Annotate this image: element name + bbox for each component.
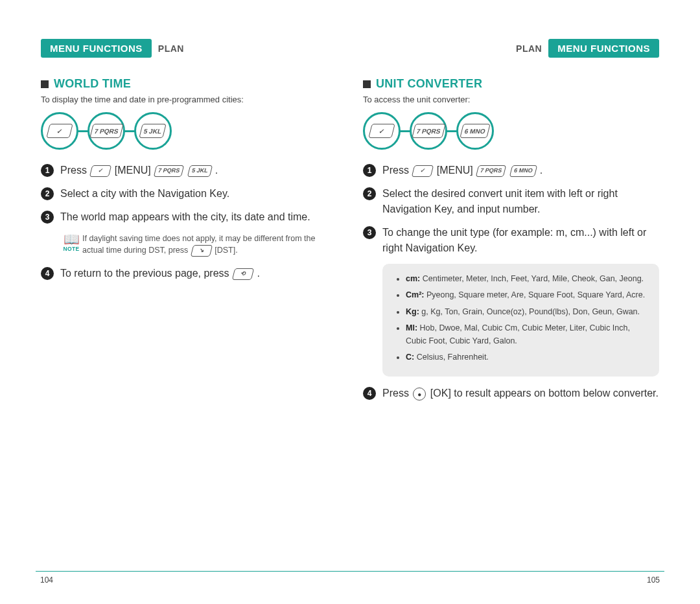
step-text: To change the unit type (for example: m,… (382, 225, 659, 256)
step-number-icon: 2 (363, 187, 376, 200)
key-sequence: ✓ 7 PQRS 5 JKL (41, 112, 337, 150)
step-text: To return to the previous page, press ⟲ … (60, 266, 337, 281)
step-number-icon: 4 (363, 387, 376, 400)
step-text: Select a city with the Navigation Key. (60, 186, 337, 202)
text: Press (60, 165, 87, 176)
section-title-text: WORLD TIME (54, 77, 131, 91)
text: [MENU] (437, 165, 473, 176)
key-circle: 7 PQRS (88, 112, 125, 150)
key-5-icon: 5 JKL (187, 165, 212, 177)
page-left: MENU FUNCTIONS PLAN WORLD TIME To displa… (36, 39, 350, 578)
unit-values: Centimeter, Meter, Inch, Feet, Yard, Mil… (420, 274, 644, 283)
section-title-unit-converter: UNIT CONVERTER (363, 77, 659, 91)
back-key-icon: ⟲ (232, 268, 254, 280)
square-bullet-icon (363, 80, 371, 88)
unit-item: Cm²: Pyeong, Square meter, Are, Square F… (406, 289, 648, 301)
key-sequence: ✓ 7 PQRS 6 MNO (363, 112, 659, 150)
key-circle: 6 MNO (456, 112, 494, 150)
soft-key-right-icon: ↘ (191, 245, 213, 257)
step-text: The world map appears with the city, its… (60, 209, 337, 225)
step-text: Select the desired convert unit item wit… (382, 186, 659, 217)
unit-values: Pyeong, Square meter, Are, Square Foot, … (424, 290, 645, 299)
step-item: 2 Select a city with the Navigation Key. (41, 186, 337, 202)
section-title-text: UNIT CONVERTER (376, 77, 482, 91)
key-6-icon: 6 MNO (460, 124, 490, 138)
step-item: 2 Select the desired convert unit item w… (363, 186, 659, 217)
note-text: If daylight saving time does not apply, … (82, 233, 337, 257)
soft-key-icon: ✓ (368, 124, 395, 138)
note-label: NOTE (60, 246, 82, 252)
intro-text: To display the time and date in pre-prog… (41, 95, 337, 104)
step-text: Press ✓ [MENU] 7 PQRS 6 MNO . (382, 163, 659, 178)
intro-text: To access the unit converter: (363, 95, 659, 104)
unit-item: Kg: g, Kg, Ton, Grain, Ounce(oz), Pound(… (406, 306, 648, 318)
step-list: 1 Press ✓ [MENU] 7 PQRS 6 MNO . 2 Select… (363, 163, 659, 401)
ok-key-icon: ● (413, 388, 426, 401)
step-number-icon: 1 (363, 164, 376, 177)
page-spread: MENU FUNCTIONS PLAN WORLD TIME To displa… (0, 0, 700, 604)
step-text: Press ✓ [MENU] 7 PQRS 5 JKL . (60, 163, 337, 178)
text: Press (382, 165, 409, 176)
header-right: PLAN MENU FUNCTIONS (363, 39, 659, 58)
text: [DST]. (215, 246, 237, 255)
breadcrumb: PLAN (158, 43, 184, 54)
soft-key-icon: ✓ (89, 165, 111, 177)
page-number-left: 104 (40, 575, 53, 585)
key-circle: 7 PQRS (410, 112, 447, 150)
text: . (540, 165, 542, 176)
unit-values: g, Kg, Ton, Grain, Ounce(oz), Pound(lbs)… (419, 307, 640, 316)
step-list: 1 Press ✓ [MENU] 7 PQRS 5 JKL . 2 Select… (41, 163, 337, 281)
text: . (257, 268, 260, 279)
unit-label: cm: (406, 274, 420, 283)
text: [MENU] (115, 165, 151, 176)
section-badge: MENU FUNCTIONS (548, 39, 659, 58)
footer-divider (36, 571, 664, 572)
header-left: MENU FUNCTIONS PLAN (41, 39, 337, 58)
unit-values: Celsius, Fahrenheit. (414, 353, 489, 362)
unit-item: cm: Centimeter, Meter, Inch, Feet, Yard,… (406, 273, 648, 285)
step-item: 1 Press ✓ [MENU] 7 PQRS 5 JKL . (41, 163, 337, 178)
step-item: 4 Press ● [OK] to result appears on bott… (363, 386, 659, 401)
page-number-right: 105 (647, 575, 660, 585)
text: [OK] to result appears on bottom below c… (430, 388, 659, 399)
unit-item: Ml: Hob, Dwoe, Mal, Cubic Cm, Cubic Mete… (406, 322, 648, 347)
step-text: Press ● [OK] to result appears on bottom… (382, 386, 659, 401)
step-number-icon: 4 (41, 267, 54, 280)
unit-label: C: (406, 353, 414, 362)
step-item: 4 To return to the previous page, press … (41, 266, 337, 281)
soft-key-icon: ✓ (46, 124, 73, 138)
unit-label: Ml: (406, 323, 417, 332)
step-number-icon: 3 (363, 226, 376, 239)
step-item: 1 Press ✓ [MENU] 7 PQRS 6 MNO . (363, 163, 659, 178)
step-number-icon: 3 (41, 211, 54, 224)
note-icon: 📖 NOTE (60, 233, 82, 252)
unit-item: C: Celsius, Fahrenheit. (406, 351, 648, 364)
key-6-icon: 6 MNO (509, 165, 537, 177)
text: Press (382, 388, 409, 399)
unit-list-box: cm: Centimeter, Meter, Inch, Feet, Yard,… (382, 264, 659, 377)
note-block: 📖 NOTE If daylight saving time does not … (60, 233, 337, 257)
section-badge: MENU FUNCTIONS (41, 39, 152, 58)
key-circle: ✓ (41, 112, 78, 150)
key-7-icon: 7 PQRS (154, 165, 185, 177)
text: . (215, 165, 218, 176)
key-7-icon: 7 PQRS (89, 124, 123, 138)
unit-label: Cm²: (406, 290, 424, 299)
key-7-icon: 7 PQRS (412, 124, 445, 138)
section-title-world-time: WORLD TIME (41, 77, 337, 91)
key-circle: 5 JKL (134, 112, 172, 150)
page-right: PLAN MENU FUNCTIONS UNIT CONVERTER To ac… (350, 39, 664, 578)
text: To return to the previous page, press (60, 268, 229, 279)
key-5-icon: 5 JKL (139, 124, 167, 138)
breadcrumb: PLAN (516, 43, 542, 54)
soft-key-icon: ✓ (412, 165, 434, 177)
step-item: 3 The world map appears with the city, i… (41, 209, 337, 225)
step-number-icon: 2 (41, 187, 54, 200)
step-number-icon: 1 (41, 164, 54, 177)
key-circle: ✓ (363, 112, 401, 150)
unit-values: Hob, Dwoe, Mal, Cubic Cm, Cubic Meter, L… (406, 323, 630, 345)
unit-label: Kg: (406, 307, 419, 316)
book-icon: 📖 (60, 233, 82, 246)
step-item: 3 To change the unit type (for example: … (363, 225, 659, 256)
square-bullet-icon (41, 80, 49, 88)
